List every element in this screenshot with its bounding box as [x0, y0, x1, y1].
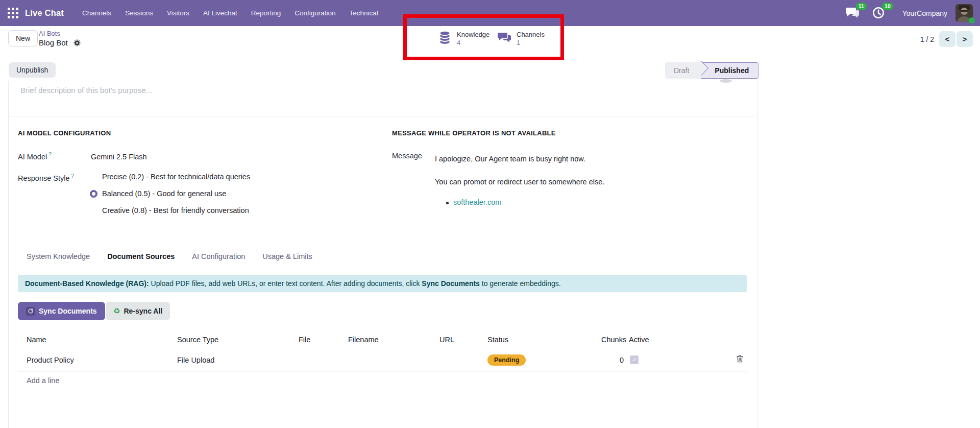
user-avatar[interactable]	[955, 4, 973, 22]
company-menu[interactable]: YourCompany	[902, 9, 947, 17]
radio-option-creative[interactable]: Creative (0.8) - Best for friendly conve…	[90, 206, 249, 215]
message-line-2[interactable]: You can promot or redirect user to somew…	[435, 178, 604, 186]
bullet-dot	[446, 202, 449, 204]
activities-badge: 10	[882, 3, 893, 10]
col-header-active[interactable]: Active	[629, 336, 680, 344]
delete-row-button[interactable]	[736, 354, 747, 365]
nav-item-technical[interactable]: Technical	[350, 9, 378, 17]
stat-button-channels[interactable]: Channels 1	[497, 31, 545, 46]
pager-counter: 1 / 2	[920, 35, 934, 43]
avatar-edge-ellipse	[720, 79, 732, 83]
nav-item-visitors[interactable]: Visitors	[167, 9, 189, 17]
nav-item-ai-livechat[interactable]: AI Livechat	[203, 9, 237, 17]
database-icon	[438, 31, 452, 44]
nav-menu: Channels Sessions Visitors AI Livechat R…	[82, 9, 378, 17]
nav-item-reporting[interactable]: Reporting	[251, 9, 281, 17]
ai-model-label: AI Model?	[18, 152, 52, 161]
chevron-right-icon: >	[963, 35, 967, 43]
cell-chunks: 0	[601, 356, 629, 364]
stat-value-channels: 1	[517, 39, 545, 46]
resync-all-button[interactable]: ♻ Re-sync All	[106, 302, 170, 320]
description-field[interactable]: Brief description of this bot's purpose.…	[20, 86, 152, 94]
stat-label-knowledge: Knowledge	[457, 31, 489, 38]
stat-label-channels: Channels	[517, 31, 545, 38]
radio-on-icon	[90, 190, 97, 198]
tab-system-knowledge[interactable]: System Knowledge	[27, 252, 90, 266]
chat-bubbles-icon	[497, 31, 511, 44]
tab-document-sources[interactable]: Document Sources	[107, 252, 175, 266]
help-icon: ?	[71, 173, 75, 179]
statusbar-published[interactable]: Published	[701, 62, 758, 79]
table-header-row: Name Source Type File Filename URL Statu…	[18, 331, 747, 348]
col-header-filename[interactable]: Filename	[348, 336, 439, 344]
add-a-line-link[interactable]: Add a line	[27, 376, 60, 385]
sheet-left-border	[8, 81, 9, 428]
chevron-left-icon: <	[945, 35, 950, 43]
sheet-right-border	[757, 61, 757, 428]
status-badge: Pending	[487, 354, 526, 366]
radio-off-icon	[90, 173, 97, 181]
pager-next-button[interactable]: >	[957, 31, 973, 47]
breadcrumb-parent-link[interactable]: AI Bots	[39, 30, 81, 37]
app-brand[interactable]: Live Chat	[25, 8, 64, 18]
col-header-url[interactable]: URL	[439, 336, 487, 344]
pager: 1 / 2 < >	[920, 31, 973, 47]
statusbar: Draft Published	[665, 62, 758, 79]
table-row[interactable]: Product Policy File Upload Pending 0 ✓	[18, 348, 747, 372]
pager-previous-button[interactable]: <	[939, 31, 955, 47]
messages-badge: 11	[856, 3, 867, 10]
message-label: Message	[392, 152, 422, 160]
col-header-chunks[interactable]: Chunks	[601, 336, 629, 344]
topbar-right: 11 10 YourCompany	[845, 0, 980, 26]
help-icon: ?	[48, 152, 52, 157]
section-title-ai-model: AI MODEL CONFIGURATION	[18, 129, 111, 137]
gear-icon[interactable]	[73, 39, 81, 49]
breadcrumb-current[interactable]: Blog Bot	[39, 38, 68, 47]
nav-item-channels[interactable]: Channels	[82, 9, 111, 17]
top-navbar: Live Chat Channels Sessions Visitors AI …	[0, 0, 980, 26]
messages-icon[interactable]: 11	[845, 6, 861, 20]
cell-source-type[interactable]: File Upload	[177, 356, 299, 364]
activities-icon[interactable]: 10	[872, 6, 887, 20]
nav-item-sessions[interactable]: Sessions	[125, 9, 153, 17]
recycle-icon: ♻	[113, 306, 120, 316]
nav-item-configuration[interactable]: Configuration	[295, 9, 335, 17]
sync-icon	[26, 307, 35, 316]
radio-option-precise[interactable]: Precise (0.2) - Best for technical/data …	[90, 173, 250, 181]
apps-grid-icon[interactable]	[8, 8, 18, 18]
trash-icon	[736, 354, 744, 363]
rag-info-banner: Document-Based Knowledge (RAG): Upload P…	[18, 275, 747, 292]
cell-name[interactable]: Product Policy	[18, 356, 177, 364]
unpublish-button[interactable]: Unpublish	[9, 62, 56, 78]
tab-ai-configuration[interactable]: AI Configuration	[192, 252, 245, 266]
col-header-status[interactable]: Status	[487, 336, 601, 344]
notebook-tabs: System Knowledge Document Sources AI Con…	[27, 252, 312, 266]
ai-model-value[interactable]: Gemini 2.5 Flash	[91, 153, 147, 161]
response-style-label: Response Style?	[18, 173, 74, 182]
section-title-operator-message: MESSAGE WHILE OPERATOR IS NOT AVAILABLE	[392, 129, 556, 137]
col-header-name[interactable]: Name	[18, 336, 177, 344]
page: Live Chat Channels Sessions Visitors AI …	[0, 0, 980, 428]
radio-off-icon	[90, 207, 97, 215]
stat-button-knowledge[interactable]: Knowledge 4	[438, 31, 489, 46]
softhealer-link[interactable]: softhealer.com	[453, 198, 501, 206]
message-line-1[interactable]: I apologize, Our Agent team is busy righ…	[435, 155, 585, 163]
new-button[interactable]: New	[8, 30, 38, 46]
stat-value-knowledge: 4	[457, 39, 489, 46]
breadcrumb: AI Bots Blog Bot	[39, 30, 81, 49]
col-header-source-type[interactable]: Source Type	[177, 336, 299, 344]
tab-usage-limits[interactable]: Usage & Limits	[262, 252, 312, 266]
sync-documents-button[interactable]: Sync Documents	[18, 302, 105, 320]
divider	[9, 116, 757, 116]
active-checkbox[interactable]: ✓	[630, 355, 639, 364]
online-status-dot	[969, 17, 975, 23]
radio-option-balanced[interactable]: Balanced (0.5) - Good for general use	[90, 189, 226, 198]
col-header-file[interactable]: File	[299, 336, 348, 344]
